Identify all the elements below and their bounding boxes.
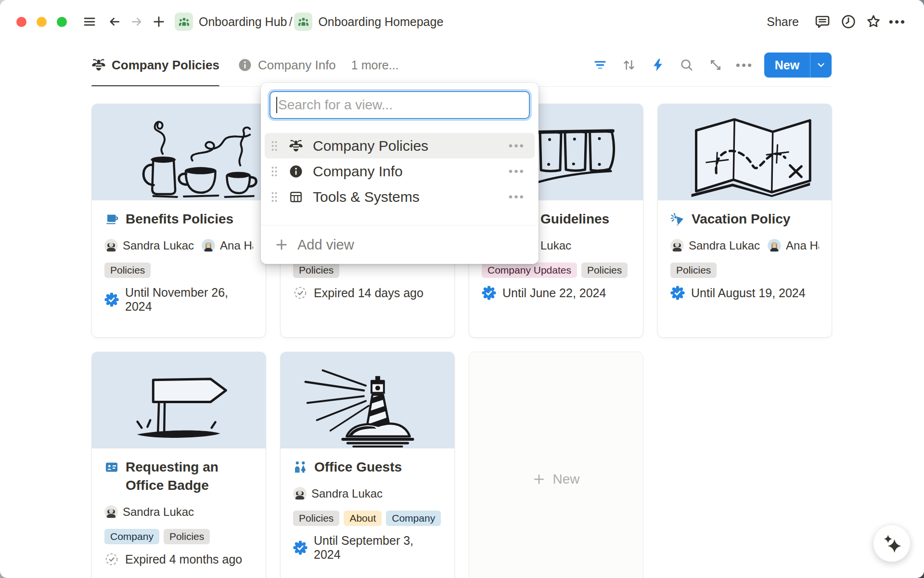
tags-row: Company Policies [104, 529, 253, 544]
card-title: Office Guests [314, 458, 402, 476]
search-icon[interactable] [678, 56, 696, 74]
avatar-sandra-lukac [104, 505, 118, 519]
people-row: Sandra Lukac Ana Hau [670, 237, 819, 254]
info-icon [238, 58, 252, 72]
expand-icon[interactable] [706, 56, 725, 74]
tag: Policies [670, 263, 717, 278]
verified-badge-icon [293, 540, 308, 555]
tab-company-policies[interactable]: Company Policies [91, 43, 219, 87]
add-view-button[interactable]: Add view [261, 225, 539, 264]
card-office-badge[interactable]: Requesting an Office Badge Sandra Lukac … [91, 352, 266, 578]
new-dropdown-chevron-icon[interactable] [810, 60, 832, 70]
info-icon [289, 164, 303, 179]
ai-sparkles-button[interactable] [873, 525, 911, 562]
new-card-button[interactable]: New [469, 352, 643, 578]
tags-row: Company Updates Policies [482, 263, 630, 278]
share-button[interactable]: Share [767, 15, 799, 29]
close-window-button[interactable] [16, 17, 26, 27]
view-item-options-icon[interactable]: ••• [509, 190, 525, 204]
sort-icon[interactable] [620, 56, 638, 74]
breadcrumb-hub[interactable]: Onboarding Hub [199, 15, 287, 29]
people-row: Sandra Lukac Ana Ha [104, 237, 253, 254]
bee-icon [289, 139, 303, 153]
text-caret [276, 97, 277, 113]
view-item-tools-systems[interactable]: Tools & Systems ••• [265, 184, 535, 210]
app-window: Onboarding Hub / Onboarding Homepage Sha… [0, 0, 924, 578]
tag: Policies [293, 511, 339, 526]
tags-row: Policies [670, 263, 819, 278]
tab-company-info[interactable]: Company Info [238, 43, 336, 87]
drag-handle-icon[interactable] [270, 164, 278, 179]
signpost-doodle-cover [92, 352, 266, 448]
view-item-company-info[interactable]: Company Info ••• [265, 158, 535, 184]
card-vacation-policy[interactable]: Vacation Policy Sandra Lukac Ana Hau Pol… [657, 104, 832, 338]
card-office-guests[interactable]: Office Guests Sandra Lukac Policies Abou… [280, 352, 455, 578]
onboarding-homepage-icon [294, 13, 312, 31]
tag: Policies [581, 263, 628, 278]
avatar-sandra-lukac [104, 239, 118, 252]
more-options-icon[interactable]: ••• [888, 13, 907, 31]
breadcrumb-separator: / [289, 15, 292, 29]
card-benefits-policies[interactable]: Benefits Policies Sandra Lukac Ana Ha Po… [91, 104, 266, 338]
people-row: Sandra Lukac [104, 503, 253, 521]
view-item-company-policies[interactable]: Company Policies ••• [265, 133, 535, 158]
map-doodle-cover [658, 104, 832, 200]
status-row: Until November 26, 2024 [104, 286, 253, 314]
view-switcher-menu: Company Policies ••• Company Info ••• To… [261, 83, 539, 264]
traffic-lights [16, 17, 67, 27]
avatar-ana [202, 239, 215, 252]
tag: Policies [293, 263, 339, 278]
breadcrumb-page[interactable]: Onboarding Homepage [318, 15, 443, 29]
card-title: Guidelines [540, 210, 609, 228]
forward-icon[interactable] [128, 13, 146, 31]
view-toolbar: Company Policies Company Info 1 more... … [0, 43, 924, 87]
expired-check-icon [104, 552, 119, 566]
tag: Company [386, 511, 441, 526]
avatar-ana [768, 239, 781, 252]
zoom-window-button[interactable] [57, 17, 67, 27]
card-title: Vacation Policy [692, 210, 790, 228]
sidebar-menu-icon[interactable] [80, 13, 99, 31]
mugs-doodle-cover [92, 104, 266, 200]
view-item-options-icon[interactable]: ••• [509, 139, 525, 153]
updates-clock-icon[interactable] [839, 13, 858, 31]
status-row: Until September 3, 2024 [293, 534, 442, 562]
comments-icon[interactable] [813, 13, 832, 31]
verified-badge-icon [104, 292, 119, 307]
automations-lightning-icon[interactable] [649, 56, 667, 74]
view-search-input[interactable] [270, 91, 530, 119]
drag-handle-icon[interactable] [270, 190, 278, 204]
new-button[interactable]: New [764, 53, 832, 78]
back-icon[interactable] [105, 13, 124, 31]
status-row: Expired 4 months ago [104, 552, 253, 566]
coffee-cup-icon [104, 212, 119, 226]
tag: Company [104, 529, 159, 544]
minimize-window-button[interactable] [37, 17, 47, 27]
view-item-options-icon[interactable]: ••• [509, 165, 525, 178]
tags-row: Policies [293, 263, 442, 278]
avatar-sandra-lukac [670, 239, 684, 252]
more-views-link[interactable]: 1 more... [351, 58, 399, 72]
lighthouse-doodle-cover [281, 352, 454, 448]
status-row: Until June 22, 2024 [482, 286, 630, 300]
people-row: Sandra Lukac [293, 485, 442, 502]
tag: About [344, 511, 382, 526]
verified-badge-icon [482, 286, 496, 300]
tag: Policies [164, 529, 210, 544]
onboarding-hub-icon [175, 13, 193, 31]
titlebar: Onboarding Hub / Onboarding Homepage Sha… [0, 0, 924, 43]
view-list: Company Policies ••• Company Info ••• To… [265, 133, 535, 210]
drag-handle-icon[interactable] [270, 139, 278, 153]
table-icon [289, 190, 303, 204]
id-badge-icon [104, 460, 119, 474]
view-options-icon[interactable]: ••• [735, 56, 754, 74]
plus-icon [532, 473, 546, 486]
favorite-star-icon[interactable] [864, 13, 883, 31]
filter-icon[interactable] [591, 56, 609, 74]
bee-icon [91, 58, 106, 72]
tags-row: Policies [104, 263, 253, 278]
new-page-icon[interactable] [150, 13, 168, 31]
card-title: Benefits Policies [126, 210, 233, 228]
sun-beam-icon [670, 212, 685, 226]
verified-badge-icon [670, 286, 685, 300]
